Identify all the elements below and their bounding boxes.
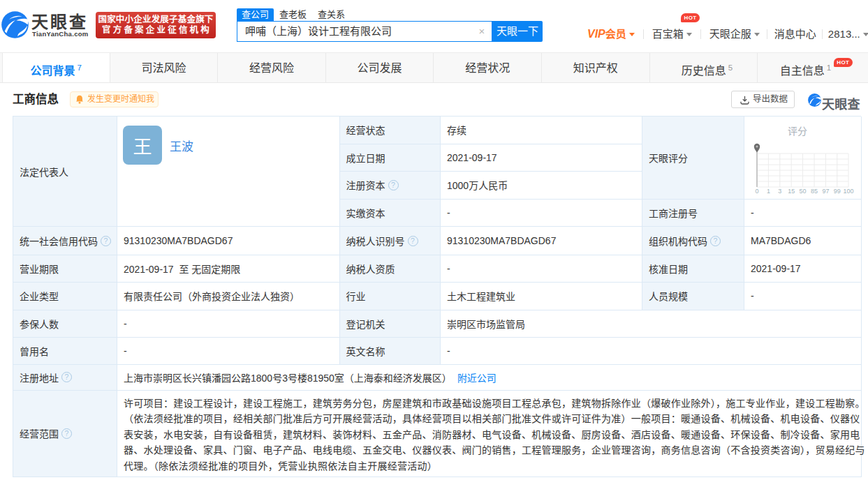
- svg-text:97: 97: [822, 188, 829, 195]
- svg-text:100: 100: [843, 188, 853, 195]
- svg-text:99: 99: [834, 188, 841, 195]
- svg-text:15: 15: [788, 188, 795, 195]
- svg-text:3: 3: [778, 188, 781, 195]
- svg-text:0: 0: [755, 188, 758, 195]
- svg-text:评分: 评分: [788, 126, 807, 137]
- svg-text:85: 85: [811, 188, 818, 195]
- svg-text:50: 50: [800, 188, 807, 195]
- svg-text:1: 1: [767, 188, 770, 195]
